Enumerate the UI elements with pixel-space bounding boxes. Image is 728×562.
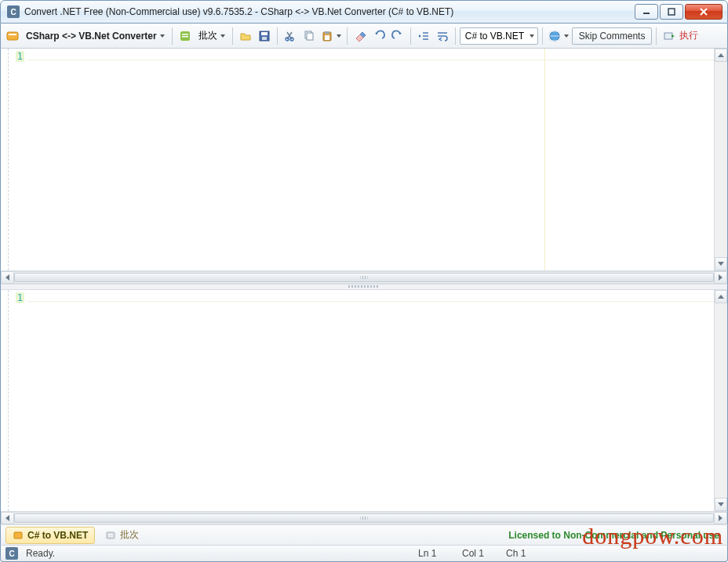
tab-label: 批次 (120, 528, 139, 542)
cut-button[interactable] (282, 27, 299, 45)
line-number-gutter: 1 (9, 290, 27, 512)
app-mode-icon[interactable] (4, 27, 21, 45)
clear-button[interactable] (351, 27, 369, 45)
svg-rect-1 (668, 9, 675, 15)
scroll-left-button[interactable] (1, 271, 14, 284)
scroll-up-button[interactable] (715, 49, 727, 62)
web-lookup-button[interactable] (547, 27, 570, 45)
svg-rect-26 (107, 532, 115, 538)
license-notice: Licensed to Non-Commercial and Personal … (508, 530, 723, 541)
scroll-down-button[interactable] (715, 257, 727, 270)
separator (455, 27, 456, 45)
vertical-scrollbar[interactable] (714, 49, 727, 270)
svg-rect-15 (307, 33, 313, 40)
chevron-down-icon (530, 34, 534, 38)
scrollbar-track[interactable] (14, 271, 714, 284)
horizontal-scrollbar[interactable] (1, 511, 727, 524)
execute-label[interactable]: 执行 (679, 29, 698, 42)
separator (232, 27, 233, 45)
result-editor-pane: 1 (1, 290, 727, 525)
svg-rect-10 (261, 32, 268, 35)
source-code-area[interactable] (27, 49, 714, 270)
tabstrip: C# to VB.NET 批次 Licensed to Non-Commerci… (0, 524, 728, 545)
horizontal-scrollbar[interactable] (1, 270, 727, 284)
svg-rect-24 (664, 33, 672, 39)
separator (172, 27, 173, 45)
converter-mode-label: CSharp <-> VB.Net Converter (26, 31, 157, 42)
tab-doc-icon (13, 530, 24, 541)
app-icon: C (7, 5, 20, 18)
execute-icon[interactable] (661, 27, 678, 45)
svg-rect-8 (182, 36, 188, 38)
conversion-direction-value: C# to VB.NET (465, 31, 525, 42)
scrollbar-track[interactable] (14, 512, 714, 524)
skip-comments-label: Skip Comments (579, 31, 646, 42)
line-number: 1 (16, 292, 24, 303)
main-toolbar: CSharp <-> VB.Net Converter 批次 (0, 24, 728, 49)
workspace: 1 (0, 49, 728, 524)
maximize-button[interactable] (660, 4, 683, 20)
svg-rect-11 (262, 37, 267, 40)
batch-icon[interactable] (177, 27, 194, 45)
print-margin (544, 49, 545, 270)
copy-button[interactable] (300, 27, 318, 45)
separator (347, 27, 348, 45)
scroll-left-button[interactable] (1, 512, 14, 524)
status-ready: Ready. (26, 548, 55, 559)
close-button[interactable] (685, 4, 723, 20)
svg-rect-17 (325, 31, 329, 34)
separator (656, 27, 657, 45)
chevron-down-icon (564, 34, 569, 38)
scroll-right-button[interactable] (714, 512, 727, 524)
svg-rect-25 (14, 532, 22, 538)
paste-button[interactable] (319, 27, 343, 45)
indent-button[interactable] (415, 27, 432, 45)
tab-batch[interactable]: 批次 (98, 527, 146, 544)
wordwrap-button[interactable] (434, 27, 451, 45)
save-button[interactable] (256, 27, 273, 45)
svg-rect-18 (325, 35, 329, 40)
batch-dropdown[interactable]: 批次 (195, 27, 228, 45)
source-editor-pane: 1 (1, 49, 727, 284)
status-app-icon: C (5, 547, 18, 560)
separator (410, 27, 411, 45)
line-number: 1 (16, 51, 24, 62)
svg-rect-5 (9, 34, 16, 35)
line-number-gutter: 1 (9, 49, 27, 270)
minimize-button[interactable] (635, 4, 658, 20)
undo-button[interactable] (370, 27, 388, 45)
scrollbar-thumb[interactable] (14, 513, 714, 523)
open-file-button[interactable] (237, 27, 254, 45)
svg-rect-7 (182, 34, 188, 35)
redo-button[interactable] (389, 27, 406, 45)
converter-mode-dropdown[interactable]: CSharp <-> VB.Net Converter (23, 27, 168, 45)
tab-label: C# to VB.NET (27, 530, 88, 541)
svg-rect-4 (7, 32, 18, 40)
conversion-direction-combo[interactable]: C# to VB.NET (460, 27, 538, 45)
separator (542, 27, 543, 45)
chevron-down-icon (220, 34, 225, 38)
scrollbar-thumb[interactable] (14, 273, 714, 282)
status-column: Col 1 (462, 548, 498, 559)
scroll-right-button[interactable] (714, 271, 727, 284)
status-line: Ln 1 (418, 548, 454, 559)
window-title: Convert .NET Free (Non-Commercial use) v… (24, 6, 633, 17)
chevron-down-icon (337, 34, 341, 38)
vertical-scrollbar[interactable] (714, 290, 727, 512)
scroll-down-button[interactable] (715, 498, 727, 511)
fold-gutter[interactable] (1, 49, 9, 270)
result-code-area[interactable] (27, 290, 714, 512)
batch-label: 批次 (198, 29, 217, 42)
tab-csharp-to-vbnet[interactable]: C# to VB.NET (5, 527, 95, 544)
tab-list-icon (105, 530, 116, 541)
pane-splitter[interactable] (1, 284, 727, 290)
fold-gutter[interactable] (1, 290, 9, 512)
window-titlebar: C Convert .NET Free (Non-Commercial use)… (0, 0, 728, 24)
status-char: Ch 1 (506, 548, 542, 559)
splitter-grip-icon (348, 285, 380, 288)
statusbar: C Ready. Ln 1 Col 1 Ch 1 (0, 545, 728, 562)
separator (277, 27, 278, 45)
skip-comments-button[interactable]: Skip Comments (572, 27, 653, 45)
chevron-down-icon (160, 34, 165, 38)
scroll-up-button[interactable] (715, 290, 727, 303)
